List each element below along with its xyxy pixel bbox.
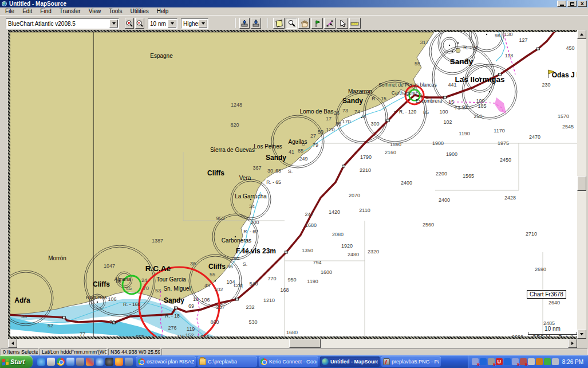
- ultramon-tray-icon[interactable]: U: [496, 358, 503, 365]
- map-label: Roquetas: [86, 295, 106, 300]
- detail-level-selector[interactable]: Higher: [181, 18, 208, 29]
- internet-explorer-icon[interactable]: [37, 358, 45, 366]
- menu-view[interactable]: View: [85, 7, 105, 15]
- map-label: R. - 160: [123, 302, 140, 307]
- zoom-tool-button[interactable]: [286, 18, 297, 29]
- selection-arrow-tool-button[interactable]: [337, 18, 348, 29]
- map-label: 1680: [286, 330, 298, 335]
- vertical-scrollbar[interactable]: [577, 30, 586, 339]
- bluetooth-tray-icon[interactable]: [480, 358, 487, 365]
- map-label: R. - 15: [372, 96, 386, 101]
- horizontal-scroll-thumb[interactable]: [289, 339, 321, 348]
- selection-arrow-icon: [338, 19, 347, 28]
- taskbar-task-paint[interactable]: preplavba5.PNG - Paint: [381, 357, 441, 367]
- taskbar-task-chrome[interactable]: oszovaci plan RISAZIBE...: [136, 357, 196, 367]
- close-button[interactable]: ×: [578, 1, 587, 7]
- audio-device-error-tray-icon[interactable]: [472, 358, 479, 365]
- firefox-icon[interactable]: [115, 358, 123, 366]
- zoom-scale-selector[interactable]: 10 nm: [148, 18, 177, 29]
- menu-edit[interactable]: Edit: [18, 7, 36, 15]
- scroll-right-button[interactable]: [568, 339, 577, 348]
- menu-help[interactable]: Help: [153, 7, 173, 15]
- start-button[interactable]: Start: [0, 355, 33, 368]
- taskbar-task-chrome[interactable]: Kerio Connect - Google ...: [259, 357, 318, 367]
- map-label: 53: [155, 288, 161, 293]
- map-label: 80: [234, 256, 239, 261]
- show-desktop-icon[interactable]: [66, 358, 74, 366]
- map-label: 1600: [321, 269, 332, 275]
- measure-ruler-tool-button[interactable]: [349, 18, 361, 29]
- zoom-in-button[interactable]: [125, 18, 134, 29]
- restore-button[interactable]: [567, 1, 577, 7]
- map-select-tool-button[interactable]: [273, 18, 285, 29]
- usb-device-icon[interactable]: [125, 358, 133, 366]
- menu-utilities[interactable]: Utilities: [127, 7, 153, 15]
- map-label: Sandy: [164, 296, 184, 304]
- menu-find[interactable]: Find: [36, 7, 55, 15]
- device-error-tray-icon[interactable]: [512, 358, 519, 365]
- map-label: Carboneras: [222, 237, 251, 244]
- map-label: 953: [216, 216, 224, 221]
- display-tray-icon[interactable]: [528, 358, 535, 365]
- safely-remove-tray-icon[interactable]: [544, 358, 551, 365]
- title-bar[interactable]: Untitled - MapSource ×: [0, 0, 588, 7]
- map-label: 68: [275, 168, 281, 174]
- zoom-out-button[interactable]: [135, 18, 144, 29]
- waypoint-flag-icon: [313, 19, 322, 28]
- minimize-button[interactable]: [557, 1, 566, 7]
- scroll-down-button[interactable]: [577, 330, 586, 339]
- document-icon[interactable]: [47, 358, 55, 366]
- map-label: 41: [289, 149, 294, 155]
- map-label: 119: [187, 326, 195, 332]
- send-to-device-button[interactable]: [239, 18, 250, 29]
- map-label: 1170: [494, 128, 504, 134]
- map-label: 1975: [498, 140, 509, 146]
- touchpad-tray-icon[interactable]: [552, 358, 559, 365]
- taskbar-task-mapsource[interactable]: Untitled - MapSource: [320, 357, 380, 367]
- task-label: C:\preplavba: [208, 359, 237, 365]
- vertical-scroll-thumb[interactable]: [577, 176, 586, 191]
- product-selector[interactable]: BlueChart Atlantic v2008.5: [6, 18, 119, 29]
- scheduler-tray-icon[interactable]: [536, 358, 543, 365]
- mapsource-icon: [322, 358, 329, 365]
- map-label: Sandy: [450, 57, 473, 66]
- paint-brush-icon[interactable]: [76, 358, 84, 366]
- map-label: 2545: [562, 124, 574, 130]
- map-canvas[interactable]: EspagneSierra de GuevasLos PeinesLomo de…: [8, 30, 577, 339]
- taskbar-task-folder[interactable]: C:\preplavba: [198, 357, 257, 367]
- map-label: Sandy: [342, 97, 363, 105]
- browser-globe-icon[interactable]: [96, 358, 104, 366]
- chevron-down-icon[interactable]: [199, 19, 207, 28]
- taskbar-clock: 8:26 PM: [562, 359, 583, 365]
- media-player-icon[interactable]: [105, 358, 113, 366]
- status-bar: 0 Items Selected Lat/Lon hddd°mm.mmm'(WG…: [0, 348, 588, 355]
- waypoint-flag-tool-button[interactable]: [311, 18, 323, 29]
- scroll-up-button[interactable]: [577, 30, 586, 39]
- map-label: 79: [313, 142, 318, 148]
- window-title: Untitled - MapSource: [9, 0, 66, 7]
- horizontal-scrollbar[interactable]: [8, 339, 577, 348]
- volume-muted-tray-icon[interactable]: [488, 358, 495, 365]
- map-label: 26: [334, 110, 340, 116]
- map-label: 1210: [263, 297, 275, 303]
- map-label: 1248: [231, 102, 242, 108]
- menu-transfer[interactable]: Transfer: [56, 7, 85, 15]
- menu-tools[interactable]: Tools: [105, 7, 126, 15]
- chevron-down-icon[interactable]: [168, 19, 176, 28]
- map-label: 2470: [529, 134, 540, 140]
- pan-hand-tool-button[interactable]: [298, 18, 310, 29]
- map-label: 2710: [526, 231, 537, 237]
- route-tool-button[interactable]: [324, 18, 336, 29]
- receive-from-device-button[interactable]: [251, 18, 261, 29]
- map-label: 1790: [360, 154, 372, 160]
- network-error-tray-icon[interactable]: [520, 358, 527, 365]
- chevron-down-icon[interactable]: [109, 19, 118, 28]
- ruler-icon: [350, 19, 360, 28]
- photo-viewer-icon[interactable]: [86, 358, 94, 366]
- scroll-left-button[interactable]: [8, 339, 17, 348]
- menu-file[interactable]: File: [1, 7, 18, 15]
- map-label: 1590: [390, 142, 401, 147]
- chrome-icon[interactable]: [57, 358, 65, 366]
- map-label: 450: [566, 45, 574, 51]
- bluetooth-2-tray-icon[interactable]: [504, 358, 511, 365]
